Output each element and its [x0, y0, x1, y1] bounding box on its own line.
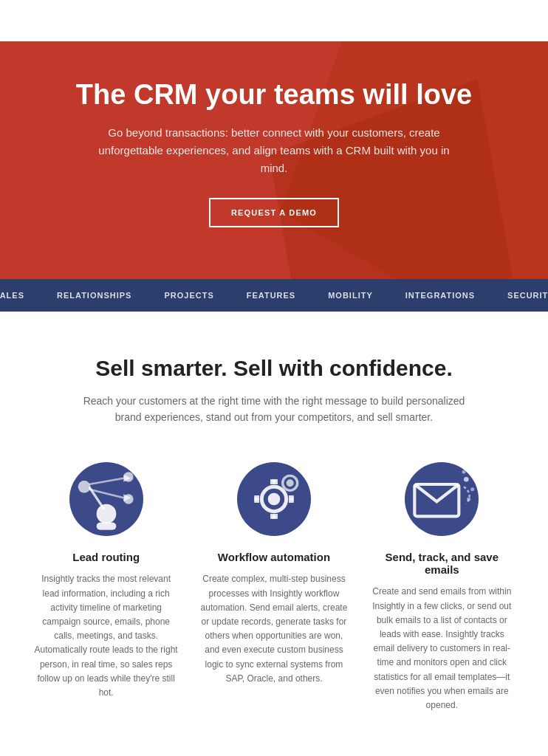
- svg-point-0: [96, 504, 116, 524]
- feature-lead-routing-title: Lead routing: [32, 551, 180, 563]
- workflow-icon: [237, 462, 311, 536]
- subnav-projects[interactable]: PROJECTS: [148, 279, 230, 312]
- nav-link-pricing[interactable]: PRICING: [193, 17, 231, 26]
- subnav-sales[interactable]: SALES: [0, 279, 41, 312]
- navbar: insightly WHY INSIGHTLY PRICING CUSTOMER…: [0, 0, 548, 41]
- nav-link-resources[interactable]: RESOURCES: [318, 17, 374, 26]
- feature-lead-routing: Lead routing Insightly tracks the most r…: [32, 462, 180, 712]
- logo: insightly: [22, 10, 90, 32]
- features-grid: Lead routing Insightly tracks the most r…: [30, 462, 518, 712]
- nav-links: WHY INSIGHTLY PRICING CUSTOMERS RESOURCE…: [107, 14, 374, 27]
- subnav-integrations[interactable]: INTEGRATIONS: [389, 279, 491, 312]
- hero-heading: The CRM your teams will love: [59, 78, 489, 112]
- svg-point-15: [464, 477, 469, 482]
- nav-right: LOGIN TRY CRM FREE: [391, 9, 526, 32]
- feature-workflow-title: Workflow automation: [200, 551, 348, 563]
- hero-section: The CRM your teams will love Go beyond t…: [0, 41, 548, 279]
- nav-link-why[interactable]: WHY INSIGHTLY: [107, 17, 179, 26]
- feature-lead-routing-desc: Insightly tracks the most relevant lead …: [32, 572, 180, 700]
- svg-point-2: [78, 481, 90, 493]
- subnav-security[interactable]: SECURITY: [491, 279, 548, 312]
- feature-email-title: Send, track, and save emails: [368, 551, 516, 576]
- svg-rect-1: [96, 523, 116, 530]
- email-icon: [405, 462, 479, 536]
- workflow-icon-circle: [237, 462, 311, 536]
- features-section: Sell smarter. Sell with confidence. Reac…: [0, 312, 548, 756]
- nav-link-customers[interactable]: CUSTOMERS: [246, 17, 303, 26]
- try-crm-button[interactable]: TRY CRM FREE: [431, 9, 526, 32]
- features-subtitle: Reach your customers at the right time w…: [82, 393, 466, 426]
- lead-routing-icon: [69, 462, 143, 536]
- lead-routing-icon-circle: [69, 462, 143, 536]
- subnav-features[interactable]: FEATURES: [230, 279, 312, 312]
- sub-nav: SALES RELATIONSHIPS PROJECTS FEATURES MO…: [0, 279, 548, 312]
- hero-subheading: Go beyond transactions: better connect w…: [89, 124, 459, 177]
- svg-point-18: [462, 470, 466, 474]
- features-heading: Sell smarter. Sell with confidence.: [30, 356, 518, 381]
- request-demo-button[interactable]: REQUEST A DEMO: [209, 198, 339, 227]
- feature-workflow-desc: Create complex, multi-step business proc…: [200, 572, 348, 686]
- subnav-mobility[interactable]: MOBILITY: [312, 279, 389, 312]
- login-link[interactable]: LOGIN: [391, 16, 420, 25]
- svg-line-6: [89, 478, 123, 484]
- svg-point-11: [268, 493, 281, 506]
- subnav-relationships[interactable]: RELATIONSHIPS: [41, 279, 148, 312]
- feature-email-desc: Create and send emails from within Insig…: [368, 585, 516, 712]
- svg-point-13: [287, 480, 294, 487]
- email-icon-circle: [405, 462, 479, 536]
- feature-email: Send, track, and save emails Create and …: [368, 462, 516, 712]
- svg-point-16: [470, 488, 474, 492]
- feature-workflow: Workflow automation Create complex, mult…: [200, 462, 348, 712]
